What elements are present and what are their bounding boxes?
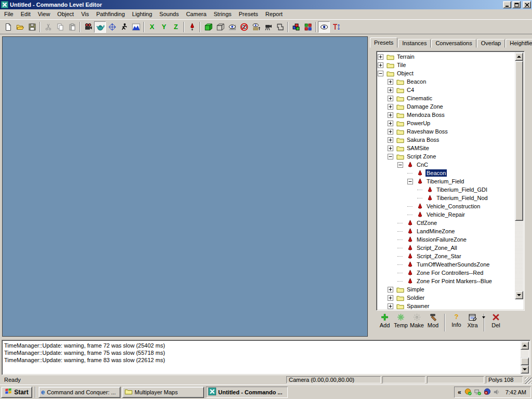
tree-expand-icon[interactable] (388, 77, 396, 86)
resize-grip-icon[interactable] (525, 377, 531, 384)
open-file-button[interactable] (14, 21, 26, 33)
axis-y-button[interactable]: Y (158, 21, 170, 33)
tree-expand-icon[interactable] (388, 294, 396, 302)
tree-item[interactable]: Soldier (378, 294, 515, 302)
rgb-cubes-button[interactable] (290, 21, 302, 33)
tree-item[interactable]: Sakura Boss (378, 136, 515, 144)
tree-item-label[interactable]: Tiberium_Field_GDI (435, 186, 488, 193)
tree-item-label[interactable]: Object (396, 70, 415, 77)
tree-item-label[interactable]: Raveshaw Boss (406, 128, 449, 135)
tree-item[interactable]: Script Zone (378, 152, 515, 161)
tree-item-label[interactable]: CnC (416, 161, 429, 168)
tree-expand-icon[interactable] (388, 86, 396, 94)
axis-x-button[interactable]: X (146, 21, 158, 33)
tree-expand-icon[interactable] (388, 144, 396, 152)
close-button[interactable] (523, 1, 531, 8)
tree-scroll-up-button[interactable] (515, 52, 523, 61)
tree-item-label[interactable]: Tile (396, 61, 407, 69)
menu-presets[interactable]: Presets (235, 10, 262, 19)
tree-scroll-track[interactable] (515, 221, 523, 291)
tree-item[interactable]: Tile (378, 61, 515, 69)
start-button[interactable]: Start (1, 387, 32, 398)
save-button[interactable] (26, 21, 38, 33)
color-squares-button[interactable] (302, 21, 314, 33)
new-document-button[interactable] (2, 21, 14, 33)
tree-item[interactable]: Simple (378, 285, 515, 294)
tree-item-label[interactable]: Mendoza Boss (406, 111, 446, 118)
add-button[interactable]: Add (377, 313, 393, 328)
log-scroll-thumb[interactable] (521, 357, 529, 365)
tree-item[interactable]: Object (378, 69, 515, 77)
teapot-button[interactable] (94, 21, 106, 33)
axis-z-button[interactable]: Z (170, 21, 182, 33)
tree-item-label[interactable]: Zone For Controllers--Red (416, 269, 484, 276)
info-button[interactable]: ?Info (448, 313, 464, 328)
tree-item[interactable]: Cinematic (378, 94, 515, 102)
tree-expand-icon[interactable] (388, 285, 396, 294)
menu-file[interactable]: File (1, 10, 17, 19)
tree-item-label[interactable]: C4 (406, 86, 415, 94)
tree-item-label[interactable]: Vehicle_Repair (425, 211, 466, 218)
eye-button[interactable] (318, 21, 330, 33)
walk-button[interactable] (118, 21, 130, 33)
tree-expand-icon[interactable] (388, 102, 396, 111)
tree-item-label[interactable]: Spawner (406, 302, 430, 309)
tree-item-label[interactable]: Sakura Boss (406, 136, 440, 143)
tree-item-label[interactable]: Terrain (396, 53, 416, 60)
tray-volume-icon[interactable] (493, 388, 500, 396)
tree-item[interactable]: Script_Zone_All (378, 244, 515, 252)
tree-item[interactable]: Vehicle_Construction (378, 202, 515, 210)
tree-item[interactable]: Damage Zone (378, 102, 515, 111)
tree-expand-icon[interactable] (388, 94, 396, 102)
tree-collapse-icon[interactable] (388, 152, 396, 161)
cube-solid-button[interactable] (202, 21, 214, 33)
tree-item-label[interactable]: Damage Zone (406, 103, 444, 110)
tree-item[interactable]: LandMineZone (378, 227, 515, 235)
tree-item[interactable]: Zone For Controllers--Red (378, 269, 515, 277)
menu-lighting[interactable]: Lighting (128, 10, 156, 19)
tree-item[interactable]: TurnOffWeatherSoundsZone (378, 260, 515, 269)
tree-collapse-icon[interactable] (397, 161, 406, 169)
vis-polygon-button[interactable] (274, 21, 286, 33)
tree-item[interactable]: Tiberium_Field_GDI (378, 185, 515, 194)
tree-expand-icon[interactable] (388, 119, 396, 127)
menu-sounds[interactable]: Sounds (156, 10, 182, 19)
log-scroll-track[interactable] (521, 350, 529, 357)
tab-heightfield[interactable]: Heightfield (506, 39, 532, 48)
tree-item[interactable]: Spawner (378, 302, 515, 309)
tree-scroll-thumb[interactable] (515, 61, 523, 221)
text-height-button[interactable] (330, 21, 342, 33)
tree-item-label-selected[interactable]: Beacon (425, 169, 447, 177)
tree-item-label[interactable]: Tiberium_Field (425, 178, 465, 185)
tree-item[interactable]: C4 (378, 86, 515, 94)
tree-expand-icon[interactable] (388, 302, 396, 309)
viewport-3d[interactable] (2, 36, 368, 337)
tray-app-badge-icon[interactable] (483, 388, 491, 396)
tree-item-label[interactable]: Script_Zone_Star (416, 252, 462, 260)
menu-edit[interactable]: Edit (17, 10, 34, 19)
tree-expand-icon[interactable] (388, 111, 396, 119)
vis-layers-button[interactable] (250, 21, 262, 33)
tree-item[interactable]: Beacon (378, 77, 515, 86)
menu-strings[interactable]: Strings (210, 10, 235, 19)
vis-sector-button[interactable] (226, 21, 238, 33)
vis-disable-button[interactable] (238, 21, 250, 33)
drop-object-button[interactable] (186, 21, 198, 33)
menu-report[interactable]: Report (262, 10, 286, 19)
tree-collapse-icon[interactable] (407, 177, 416, 185)
tree-item-label[interactable]: Soldier (406, 294, 425, 301)
tree-item[interactable]: CtfZone (378, 219, 515, 227)
tree-item-label[interactable]: LandMineZone (416, 228, 456, 235)
tree-expand-icon[interactable] (378, 61, 387, 69)
tab-overlap[interactable]: Overlap (477, 39, 506, 48)
tray-chevron-button[interactable]: « (458, 389, 461, 396)
maximize-button[interactable] (512, 1, 521, 8)
menu-camera[interactable]: Camera (182, 10, 210, 19)
tree-item[interactable]: Raveshaw Boss (378, 127, 515, 136)
tree-item-label[interactable]: Cinematic (406, 95, 433, 102)
tree-item[interactable]: Script_Zone_Star (378, 252, 515, 260)
tree-item[interactable]: Vehicle_Repair (378, 210, 515, 219)
tree-item[interactable]: Mendoza Boss (378, 111, 515, 119)
tree-item[interactable]: Tiberium_Field_Nod (378, 194, 515, 202)
menu-view[interactable]: View (34, 10, 54, 19)
